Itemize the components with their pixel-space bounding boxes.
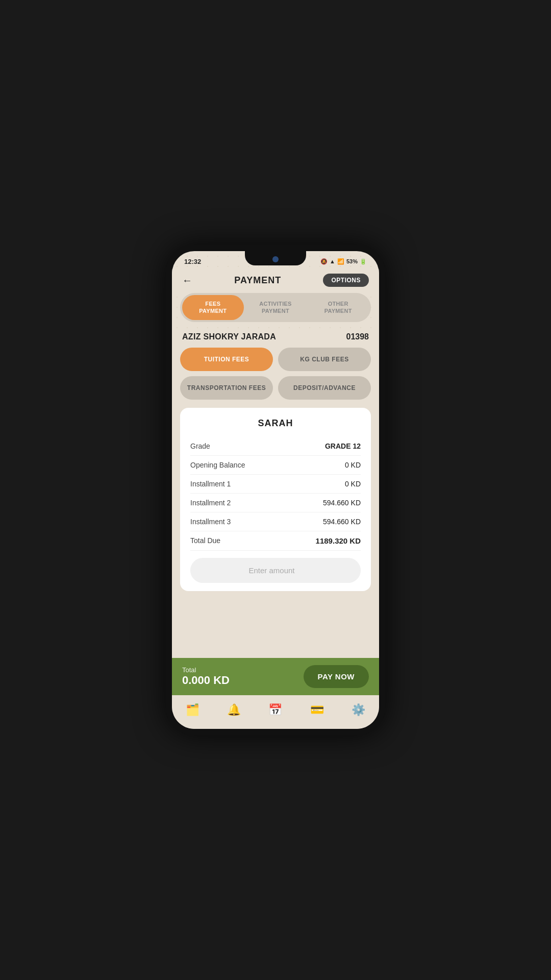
phone-shell: 12:32 🔕 ▲ 📶 53% 🔋 ← PAYMENT OPTIONS FEES… [166, 245, 385, 735]
notch-dot [272, 256, 279, 262]
status-icons: 🔕 ▲ 📶 53% 🔋 [320, 258, 367, 265]
tabs: FEESPAYMENT ACTIVITIESPAYMENT OTHERPAYME… [180, 293, 371, 322]
battery-text: 53% [346, 258, 358, 264]
main-content: AZIZ SHOKRY JARADA 01398 TUITION FEES KG… [172, 328, 379, 658]
nav-item-payment[interactable]: 💳 [304, 701, 330, 719]
nav-item-settings[interactable]: ⚙️ [345, 701, 371, 719]
installment3-label: Installment 3 [190, 518, 231, 526]
tab-other-payment[interactable]: OTHERPAYMENT [307, 295, 369, 320]
opening-balance-value: 0 KD [345, 461, 361, 469]
grade-value: GRADE 12 [325, 442, 361, 450]
mute-icon: 🔕 [320, 258, 328, 265]
tab-fees-payment[interactable]: FEESPAYMENT [182, 295, 244, 320]
student-name: AZIZ SHOKRY JARADA [182, 332, 276, 341]
card-row-installment3: Installment 3 594.660 KD [190, 512, 361, 531]
gear-icon: ⚙️ [352, 703, 365, 717]
card-row-installment2: Installment 2 594.660 KD [190, 494, 361, 512]
amount-input-container [190, 558, 361, 583]
wifi-icon: ▲ [330, 258, 335, 264]
fee-btn-deposit[interactable]: DEPOSIT/ADVANCE [278, 376, 371, 400]
header: ← PAYMENT OPTIONS [172, 270, 379, 293]
status-time: 12:32 [184, 258, 201, 265]
installment2-value: 594.660 KD [323, 499, 361, 507]
bottom-nav: 🗂️ 🔔 📅 💳 ⚙️ [172, 695, 379, 729]
nav-item-home[interactable]: 🗂️ [180, 701, 206, 719]
fee-btn-tuition[interactable]: TUITION FEES [180, 348, 273, 371]
card-row-installment1: Installment 1 0 KD [190, 475, 361, 494]
tabs-container: FEESPAYMENT ACTIVITIESPAYMENT OTHERPAYME… [172, 293, 379, 328]
notch [245, 251, 306, 265]
total-amount: 0.000 KD [182, 674, 230, 687]
opening-balance-label: Opening Balance [190, 461, 245, 469]
card-row-total-due: Total Due 1189.320 KD [190, 531, 361, 551]
total-due-value: 1189.320 KD [316, 536, 361, 545]
fee-btn-kg[interactable]: KG CLUB FEES [278, 348, 371, 371]
fee-btn-transport[interactable]: TRANSPORTATION FEES [180, 376, 273, 400]
card-student-name: SARAH [190, 418, 361, 429]
installment1-value: 0 KD [345, 480, 361, 488]
calendar-icon: 📅 [268, 703, 282, 717]
installment1-label: Installment 1 [190, 480, 231, 488]
signal-icon: 📶 [337, 258, 344, 265]
installment2-label: Installment 2 [190, 499, 231, 507]
tab-activities-payment[interactable]: ACTIVITIESPAYMENT [245, 295, 307, 320]
bell-icon: 🔔 [227, 703, 241, 717]
phone-screen: 12:32 🔕 ▲ 📶 53% 🔋 ← PAYMENT OPTIONS FEES… [172, 251, 379, 729]
payment-card: SARAH Grade GRADE 12 Opening Balance 0 K… [180, 408, 371, 591]
nav-item-calendar[interactable]: 📅 [262, 701, 288, 719]
options-button[interactable]: OPTIONS [323, 274, 369, 287]
page-title: PAYMENT [234, 275, 281, 286]
bottom-payment-bar: Total 0.000 KD PAY NOW [172, 658, 379, 695]
card-row-grade: Grade GRADE 12 [190, 437, 361, 456]
home-icon: 🗂️ [186, 703, 199, 717]
fee-buttons-grid: TUITION FEES KG CLUB FEES TRANSPORTATION… [180, 348, 371, 400]
card-row-opening-balance: Opening Balance 0 KD [190, 456, 361, 475]
back-button[interactable]: ← [182, 275, 192, 286]
total-section: Total 0.000 KD [182, 666, 230, 687]
student-id: 01398 [346, 332, 369, 341]
total-due-label: Total Due [190, 536, 220, 545]
installment3-value: 594.660 KD [323, 518, 361, 526]
nav-item-notifications[interactable]: 🔔 [221, 701, 247, 719]
amount-input[interactable] [190, 558, 361, 583]
student-info: AZIZ SHOKRY JARADA 01398 [180, 328, 371, 348]
card-icon: 💳 [310, 703, 324, 717]
battery-icon: 🔋 [360, 258, 367, 265]
pay-now-button[interactable]: PAY NOW [304, 665, 369, 688]
total-label: Total [182, 666, 230, 674]
grade-label: Grade [190, 442, 210, 450]
